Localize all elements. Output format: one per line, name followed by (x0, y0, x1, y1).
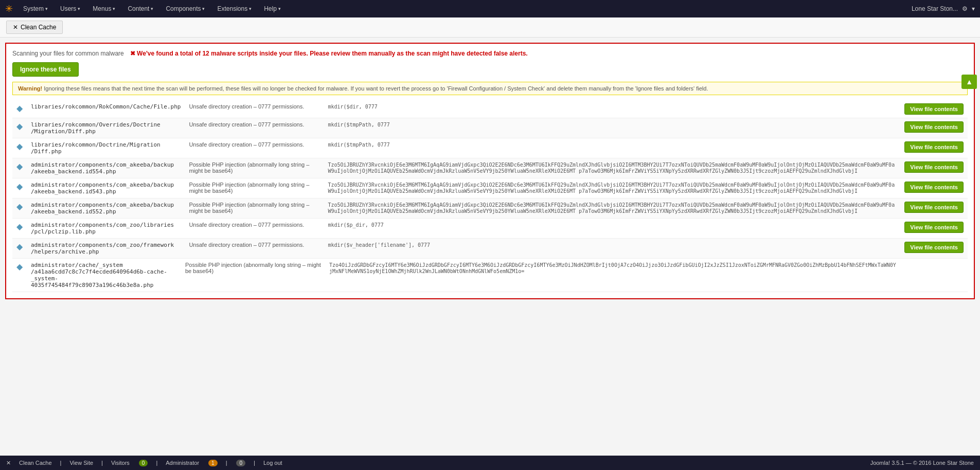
row-bullet-icon: ◆ (16, 103, 23, 113)
code-cell: mkdir($tmpPath, 0777 (324, 118, 900, 138)
help-arrow-icon: ▾ (278, 6, 281, 11)
top-navbar: ✳ System ▾ Users ▾ Menus ▾ Content ▾ Com… (0, 0, 980, 17)
scroll-up-button[interactable]: ▲ (961, 75, 977, 89)
table-row: ◆libraries/rokcommon/Doctrine/Migration … (12, 138, 968, 158)
row-bullet-cell: ◆ (12, 158, 27, 178)
action-cell: View file contents (900, 158, 968, 178)
code-cell: mkdir($p_dir, 0777 (324, 219, 900, 239)
action-cell: View file contents (900, 239, 968, 259)
code-text: mkdir($dir, 0777 (328, 104, 377, 110)
issue-cell: Possible PHP injection (abnormally long … (185, 158, 324, 178)
issue-text: Unsafe directory creation – 0777 permiss… (189, 103, 304, 110)
view-file-contents-button[interactable]: View file contents (904, 182, 964, 193)
nav-users[interactable]: Users ▾ (55, 2, 85, 15)
code-text: Tzo5OiJBRUZhY3RvcnkiOjE6e3M6MTM6IgAqAG9i… (328, 162, 895, 174)
file-path-cell: administrator/components/com_zoo/framewo… (27, 239, 185, 259)
scan-header: Scanning your files for common malware ✖… (12, 50, 968, 57)
row-bullet-icon: ◆ (16, 141, 23, 151)
issue-cell: Possible PHP injection (abnormally long … (185, 178, 324, 198)
file-path-text: administrator/components/com_akeeba/back… (31, 161, 174, 175)
clean-cache-button[interactable]: ✕ Clean Cache (6, 21, 63, 34)
table-row: ◆administrator/components/com_zoo/librar… (12, 219, 968, 239)
file-path-text: administrator/components/com_akeeba/back… (31, 182, 174, 195)
view-file-contents-button[interactable]: View file contents (904, 202, 964, 213)
file-path-cell: administrator/components/com_akeeba/back… (27, 178, 185, 198)
partial-results-table: ◆ administrator/cache/_system /a41aa6cdd… (12, 259, 968, 292)
view-file-contents-button[interactable]: View file contents (904, 161, 964, 173)
table-row: ◆libraries/rokcommon/Overrides/Doctrine … (12, 118, 968, 138)
row-bullet-cell: ◆ (12, 118, 27, 138)
code-text: mkdir($tmpPath, 0777 (328, 122, 389, 128)
warning-text: Ignoring these files means that the next… (44, 85, 708, 92)
code-text: Tzo5OiJBRUZhY3RvcnkiOjE6e3M6MTM6IgAqAG9i… (328, 202, 895, 214)
code-cell: mkdir($v_header['filename'], 0777 (324, 239, 900, 259)
nav-content[interactable]: Content ▾ (122, 2, 158, 15)
action-cell: View file contents (900, 219, 968, 239)
code-text: mkdir($v_header['filename'], 0777 (328, 242, 430, 248)
gear-icon: ⚙ (962, 5, 968, 12)
nav-system[interactable]: System ▾ (18, 2, 53, 15)
file-path-text: libraries/rokcommon/Overrides/Doctrine /… (31, 121, 161, 135)
file-path-cell: administrator/cache/_system /a41aa6cdd7c… (27, 259, 181, 292)
action-cell: View file contents (900, 198, 968, 219)
issue-text: Unsafe directory creation – 0777 permiss… (189, 141, 304, 148)
row-bullet-icon: ◆ (16, 201, 23, 211)
main-content: ▲ Scanning your files for common malware… (0, 38, 980, 304)
system-arrow-icon: ▾ (45, 6, 48, 11)
issue-cell: Possible PHP injection (abnormally long … (185, 198, 324, 219)
row-bullet-icon: ◆ (16, 121, 23, 131)
issue-cell: Unsafe directory creation – 0777 permiss… (185, 219, 324, 239)
table-row: ◆administrator/components/com_akeeba/bac… (12, 198, 968, 219)
issue-cell: Unsafe directory creation – 0777 permiss… (185, 118, 324, 138)
table-row: ◆administrator/components/com_zoo/framew… (12, 239, 968, 259)
file-path-cell: administrator/components/com_akeeba/back… (27, 158, 185, 178)
view-file-contents-button[interactable]: View file contents (904, 222, 964, 233)
code-cell: mkdir($dir, 0777 (324, 100, 900, 118)
file-path-text: libraries/rokcommon/RokCommon/Cache/File… (31, 103, 181, 110)
table-row: ◆administrator/components/com_akeeba/bac… (12, 158, 968, 178)
file-path-text: administrator/components/com_zoo/librari… (31, 222, 174, 235)
code-cell: Tzo5OiJBRUZhY3RvcnkiOjE6e3M6MTM6IgAqAG9i… (324, 158, 900, 178)
row-bullet-icon: ◆ (16, 221, 23, 231)
menus-arrow-icon: ▾ (113, 6, 115, 11)
view-file-contents-button[interactable]: View file contents (904, 141, 964, 153)
nav-help[interactable]: Help ▾ (259, 2, 286, 15)
warning-label: Warning! (18, 85, 42, 92)
scan-alert-text: ✖ We've found a total of 12 malware scri… (130, 50, 528, 57)
nav-menus[interactable]: Menus ▾ (87, 2, 120, 15)
users-arrow-icon: ▾ (78, 6, 80, 11)
partial-file-path: administrator/cache/_system /a41aa6cdd7c… (31, 262, 167, 288)
scan-results-box: Scanning your files for common malware ✖… (5, 43, 975, 299)
issue-text: Possible PHP injection (abnormally long … (189, 182, 309, 194)
view-file-contents-button[interactable]: View file contents (904, 242, 964, 253)
file-path-cell: libraries/rokcommon/Overrides/Doctrine /… (27, 118, 185, 138)
issue-cell: Unsafe directory creation – 0777 permiss… (185, 100, 324, 118)
row-bullet-cell: ◆ (12, 100, 27, 118)
row-bullet-cell: ◆ (12, 219, 27, 239)
navbar-right: Lone Star Ston... ⚙ ▾ (912, 5, 975, 12)
scan-header-text: Scanning your files for common malware (12, 50, 124, 57)
partial-code-cell: Tzo4OiJzdGRDbGFzcyI6MTY6e3M6OiJzdGRDbGFz… (325, 259, 901, 292)
toolbar: ✕ Clean Cache (0, 17, 980, 38)
results-table: ◆libraries/rokcommon/RokCommon/Cache/Fil… (12, 100, 968, 259)
view-file-contents-button[interactable]: View file contents (904, 121, 964, 133)
extensions-arrow-icon: ▾ (249, 6, 252, 11)
issue-text: Unsafe directory creation – 0777 permiss… (189, 121, 304, 128)
ignore-files-button[interactable]: Ignore these files (12, 62, 79, 77)
row-bullet-cell: ◆ (12, 259, 27, 292)
view-file-contents-button[interactable]: View file contents (904, 103, 964, 115)
x-icon: ✕ (13, 24, 18, 31)
action-cell: View file contents (900, 100, 968, 118)
caret-icon: ▾ (972, 5, 975, 12)
code-text: mkdir($p_dir, 0777 (328, 222, 383, 228)
file-path-text: administrator/components/com_akeeba/back… (31, 202, 174, 215)
file-path-cell: libraries/rokcommon/RokCommon/Cache/File… (27, 100, 185, 118)
issue-cell: Unsafe directory creation – 0777 permiss… (185, 239, 324, 259)
nav-extensions[interactable]: Extensions ▾ (212, 2, 257, 15)
row-bullet-cell: ◆ (12, 178, 27, 198)
nav-components[interactable]: Components ▾ (161, 2, 210, 15)
joomla-logo-icon: ✳ (5, 3, 13, 14)
issue-text: Possible PHP injection (abnormally long … (189, 161, 309, 174)
action-cell: View file contents (900, 118, 968, 138)
code-text: Tzo5OiJBRUZhY3RvcnkiOjE6e3M6MTM6IgAqAG9i… (328, 182, 895, 194)
